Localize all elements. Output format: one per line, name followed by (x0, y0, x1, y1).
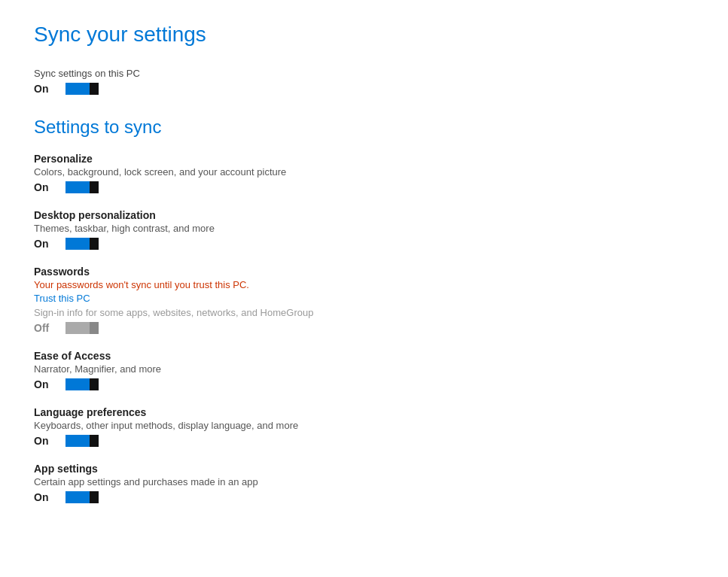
setting-language-toggle-row: On (34, 434, 694, 448)
setting-personalize-name: Personalize (34, 153, 694, 165)
setting-ease-toggle[interactable] (65, 378, 99, 391)
setting-desktop-toggle-row: On (34, 237, 694, 251)
setting-ease-name: Ease of Access (34, 350, 694, 362)
setting-language-preferences: Language preferences Keyboards, other in… (34, 406, 694, 448)
setting-personalize: Personalize Colors, background, lock scr… (34, 153, 694, 194)
sync-on-pc-label: Sync settings on this PC (34, 68, 694, 79)
page-title: Sync your settings (34, 23, 694, 47)
setting-language-desc: Keyboards, other input methods, display … (34, 420, 694, 431)
setting-ease-state: On (34, 378, 56, 390)
setting-personalize-desc: Colors, background, lock screen, and you… (34, 166, 694, 178)
trust-this-pc-link[interactable]: Trust this PC (34, 293, 90, 304)
setting-app-settings: App settings Certain app settings and pu… (34, 463, 694, 504)
setting-passwords-warning: Your passwords won't sync until you trus… (34, 279, 694, 290)
setting-language-toggle[interactable] (65, 434, 99, 448)
setting-desktop-personalization: Desktop personalization Themes, taskbar,… (34, 209, 694, 251)
setting-passwords-name: Passwords (34, 266, 694, 278)
setting-ease-desc: Narrator, Magnifier, and more (34, 363, 694, 375)
setting-ease-of-access: Ease of Access Narrator, Magnifier, and … (34, 350, 694, 391)
setting-language-state: On (34, 435, 56, 447)
setting-app-desc: Certain app settings and purchases made … (34, 476, 694, 487)
settings-to-sync-list: Personalize Colors, background, lock scr… (34, 153, 694, 504)
setting-desktop-toggle[interactable] (65, 237, 99, 251)
setting-desktop-desc: Themes, taskbar, high contrast, and more (34, 223, 694, 234)
setting-passwords-subdesc: Sign-in info for some apps, websites, ne… (34, 307, 694, 318)
setting-passwords-toggle[interactable] (65, 321, 99, 335)
setting-ease-toggle-row: On (34, 378, 694, 391)
setting-app-state: On (34, 491, 56, 503)
settings-to-sync-heading: Settings to sync (34, 117, 694, 138)
setting-language-name: Language preferences (34, 406, 694, 418)
sync-on-pc-toggle-row: On (34, 82, 694, 96)
setting-app-toggle[interactable] (65, 490, 99, 504)
sync-on-pc-section: Sync settings on this PC On (34, 68, 694, 96)
setting-personalize-state: On (34, 181, 56, 193)
setting-passwords-state: Off (34, 322, 56, 334)
setting-app-toggle-row: On (34, 490, 694, 504)
setting-personalize-toggle[interactable] (65, 181, 99, 194)
setting-desktop-state: On (34, 238, 56, 250)
setting-personalize-toggle-row: On (34, 181, 694, 194)
setting-passwords-toggle-row: Off (34, 321, 694, 335)
sync-on-pc-state: On (34, 83, 56, 95)
sync-on-pc-toggle[interactable] (65, 82, 99, 96)
setting-desktop-name: Desktop personalization (34, 209, 694, 221)
setting-passwords: Passwords Your passwords won't sync unti… (34, 266, 694, 335)
setting-app-name: App settings (34, 463, 694, 475)
